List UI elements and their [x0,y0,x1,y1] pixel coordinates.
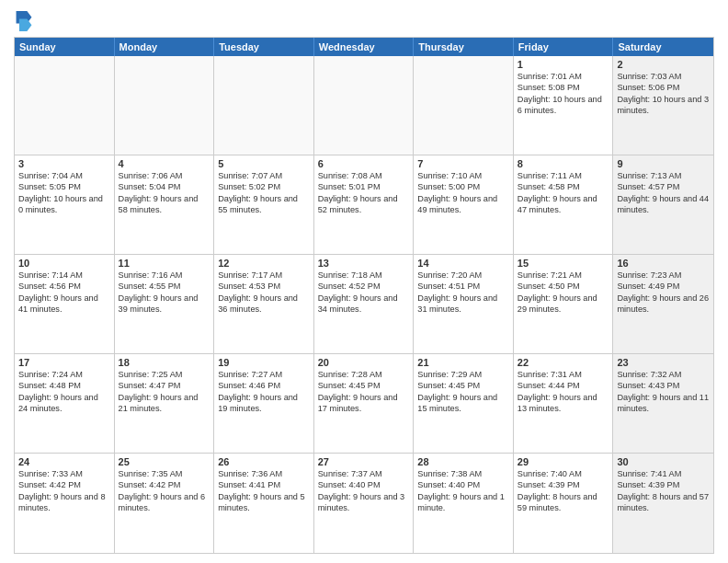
cell-info: Sunrise: 7:17 AM Sunset: 4:53 PM Dayligh… [218,270,310,316]
cal-cell-6: 6Sunrise: 7:08 AM Sunset: 5:01 PM Daylig… [314,155,415,254]
header-day-wednesday: Wednesday [314,38,415,56]
calendar-row-2: 10Sunrise: 7:14 AM Sunset: 4:56 PM Dayli… [15,255,713,354]
cell-info: Sunrise: 7:01 AM Sunset: 5:08 PM Dayligh… [518,71,609,117]
cal-cell-10: 10Sunrise: 7:14 AM Sunset: 4:56 PM Dayli… [15,255,115,353]
header-day-sunday: Sunday [15,38,115,56]
cell-info: Sunrise: 7:18 AM Sunset: 4:52 PM Dayligh… [318,270,410,316]
cell-info: Sunrise: 7:25 AM Sunset: 4:47 PM Dayligh… [119,369,210,415]
day-number: 18 [119,357,210,368]
cell-info: Sunrise: 7:24 AM Sunset: 4:48 PM Dayligh… [18,369,110,415]
cal-cell-empty-0-4 [414,56,514,155]
day-number: 6 [318,158,410,169]
day-number: 3 [18,158,110,169]
cal-cell-empty-0-3 [314,56,415,155]
cal-cell-23: 23Sunrise: 7:32 AM Sunset: 4:43 PM Dayli… [613,354,713,453]
cell-info: Sunrise: 7:40 AM Sunset: 4:39 PM Dayligh… [518,468,609,514]
day-number: 14 [417,258,509,269]
day-number: 1 [518,59,609,70]
day-number: 10 [18,258,110,269]
header-day-friday: Friday [514,38,614,56]
cell-info: Sunrise: 7:10 AM Sunset: 5:00 PM Dayligh… [417,170,509,216]
cal-cell-14: 14Sunrise: 7:20 AM Sunset: 4:51 PM Dayli… [414,255,514,353]
cell-info: Sunrise: 7:14 AM Sunset: 4:56 PM Dayligh… [18,270,110,316]
cal-cell-1: 1Sunrise: 7:01 AM Sunset: 5:08 PM Daylig… [514,56,614,155]
cal-cell-30: 30Sunrise: 7:41 AM Sunset: 4:39 PM Dayli… [613,454,713,553]
day-number: 8 [518,158,609,169]
cal-cell-26: 26Sunrise: 7:36 AM Sunset: 4:41 PM Dayli… [214,454,314,553]
cal-cell-17: 17Sunrise: 7:24 AM Sunset: 4:48 PM Dayli… [15,354,115,453]
cell-info: Sunrise: 7:41 AM Sunset: 4:39 PM Dayligh… [617,468,710,514]
day-number: 11 [119,258,210,269]
cal-cell-20: 20Sunrise: 7:28 AM Sunset: 4:45 PM Dayli… [314,354,415,453]
cell-info: Sunrise: 7:27 AM Sunset: 4:46 PM Dayligh… [218,369,310,415]
cell-info: Sunrise: 7:11 AM Sunset: 4:58 PM Dayligh… [518,170,609,216]
cell-info: Sunrise: 7:21 AM Sunset: 4:50 PM Dayligh… [518,270,609,316]
logo-icon [16,11,32,31]
cell-info: Sunrise: 7:08 AM Sunset: 5:01 PM Dayligh… [318,170,410,216]
cal-cell-11: 11Sunrise: 7:16 AM Sunset: 4:55 PM Dayli… [115,255,215,353]
day-number: 23 [617,357,710,368]
cell-info: Sunrise: 7:37 AM Sunset: 4:40 PM Dayligh… [318,468,410,514]
day-number: 15 [518,258,609,269]
cell-info: Sunrise: 7:20 AM Sunset: 4:51 PM Dayligh… [417,270,509,316]
cell-info: Sunrise: 7:16 AM Sunset: 4:55 PM Dayligh… [119,270,210,316]
cal-cell-24: 24Sunrise: 7:33 AM Sunset: 4:42 PM Dayli… [15,454,115,553]
day-number: 27 [318,456,410,467]
cal-cell-13: 13Sunrise: 7:18 AM Sunset: 4:52 PM Dayli… [314,255,415,353]
day-number: 2 [617,59,710,70]
header-day-tuesday: Tuesday [214,38,314,56]
svg-marker-1 [19,18,32,31]
cal-cell-28: 28Sunrise: 7:38 AM Sunset: 4:40 PM Dayli… [414,454,514,553]
cal-cell-empty-0-0 [15,56,115,155]
day-number: 30 [617,456,710,467]
cal-cell-4: 4Sunrise: 7:06 AM Sunset: 5:04 PM Daylig… [115,155,215,254]
cell-info: Sunrise: 7:33 AM Sunset: 4:42 PM Dayligh… [18,468,110,514]
day-number: 7 [417,158,509,169]
calendar-row-4: 24Sunrise: 7:33 AM Sunset: 4:42 PM Dayli… [15,454,713,553]
day-number: 22 [518,357,609,368]
day-number: 28 [417,456,509,467]
cell-info: Sunrise: 7:13 AM Sunset: 4:57 PM Dayligh… [617,170,710,216]
cal-cell-19: 19Sunrise: 7:27 AM Sunset: 4:46 PM Dayli… [214,354,314,453]
cell-info: Sunrise: 7:06 AM Sunset: 5:04 PM Dayligh… [119,170,210,216]
calendar-body: 1Sunrise: 7:01 AM Sunset: 5:08 PM Daylig… [15,56,713,553]
cal-cell-15: 15Sunrise: 7:21 AM Sunset: 4:50 PM Dayli… [514,255,614,353]
day-number: 13 [318,258,410,269]
header-day-saturday: Saturday [613,38,713,56]
cal-cell-12: 12Sunrise: 7:17 AM Sunset: 4:53 PM Dayli… [214,255,314,353]
cal-cell-empty-0-1 [115,56,215,155]
cell-info: Sunrise: 7:36 AM Sunset: 4:41 PM Dayligh… [218,468,310,514]
day-number: 25 [119,456,210,467]
cell-info: Sunrise: 7:04 AM Sunset: 5:05 PM Dayligh… [18,170,110,216]
day-number: 29 [518,456,609,467]
cell-info: Sunrise: 7:32 AM Sunset: 4:43 PM Dayligh… [617,369,710,415]
cal-cell-29: 29Sunrise: 7:40 AM Sunset: 4:39 PM Dayli… [514,454,614,553]
cell-info: Sunrise: 7:35 AM Sunset: 4:42 PM Dayligh… [119,468,210,514]
day-number: 20 [318,357,410,368]
day-number: 9 [617,158,710,169]
cell-info: Sunrise: 7:03 AM Sunset: 5:06 PM Dayligh… [617,71,710,117]
cal-cell-5: 5Sunrise: 7:07 AM Sunset: 5:02 PM Daylig… [214,155,314,254]
cal-cell-27: 27Sunrise: 7:37 AM Sunset: 4:40 PM Dayli… [314,454,415,553]
cell-info: Sunrise: 7:38 AM Sunset: 4:40 PM Dayligh… [417,468,509,514]
cal-cell-22: 22Sunrise: 7:31 AM Sunset: 4:44 PM Dayli… [514,354,614,453]
day-number: 12 [218,258,310,269]
day-number: 26 [218,456,310,467]
cell-info: Sunrise: 7:23 AM Sunset: 4:49 PM Dayligh… [617,270,710,316]
cal-cell-3: 3Sunrise: 7:04 AM Sunset: 5:05 PM Daylig… [15,155,115,254]
cell-info: Sunrise: 7:28 AM Sunset: 4:45 PM Dayligh… [318,369,410,415]
logo [14,13,32,31]
header-day-monday: Monday [115,38,215,56]
header-day-thursday: Thursday [414,38,514,56]
page-header [14,9,714,31]
day-number: 24 [18,456,110,467]
cal-cell-9: 9Sunrise: 7:13 AM Sunset: 4:57 PM Daylig… [613,155,713,254]
day-number: 21 [417,357,509,368]
cal-cell-empty-0-2 [214,56,314,155]
day-number: 17 [18,357,110,368]
cell-info: Sunrise: 7:07 AM Sunset: 5:02 PM Dayligh… [218,170,310,216]
day-number: 5 [218,158,310,169]
cell-info: Sunrise: 7:29 AM Sunset: 4:45 PM Dayligh… [417,369,509,415]
calendar-row-0: 1Sunrise: 7:01 AM Sunset: 5:08 PM Daylig… [15,56,713,155]
calendar: SundayMondayTuesdayWednesdayThursdayFrid… [14,37,714,554]
